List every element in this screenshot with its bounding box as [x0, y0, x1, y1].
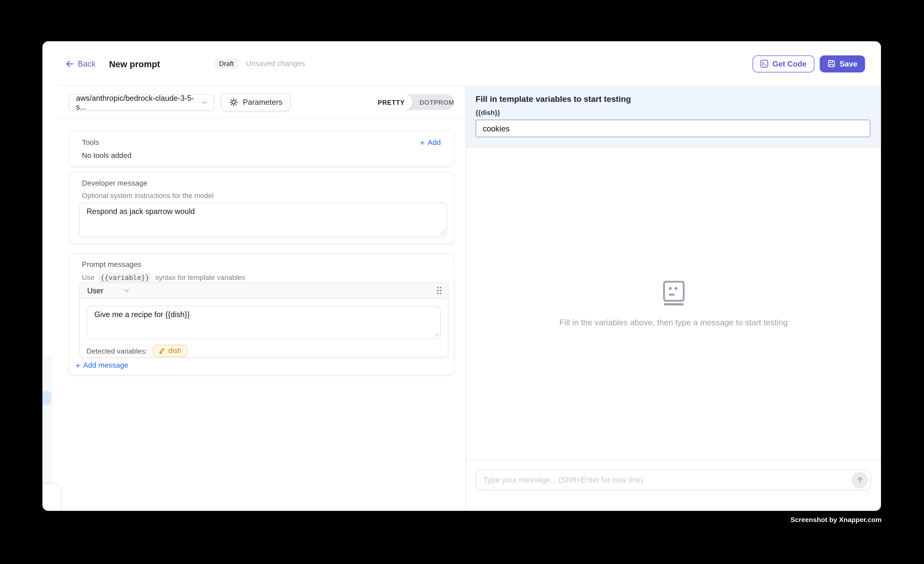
back-button[interactable]: Back	[65, 59, 95, 68]
variable-syntax-chip: {{variable}}	[98, 273, 152, 282]
composer-divider	[466, 460, 881, 460]
screenshot-stage: Back New prompt Draft Unsaved changes Ge…	[0, 0, 924, 564]
left-nav-active-item[interactable]	[42, 390, 51, 405]
empty-state-text: Fill in the variables above, then type a…	[560, 317, 788, 327]
plus-icon: +	[75, 361, 80, 369]
left-nav-popover	[42, 484, 60, 511]
message-role-select[interactable]: User	[87, 286, 104, 295]
save-label: Save	[840, 59, 857, 68]
pencil-icon	[158, 347, 165, 354]
bot-face-icon	[663, 280, 684, 306]
model-selector-value: aws/anthropic/bedrock-claude-3-5-s...	[76, 94, 201, 111]
chat-empty-state: Fill in the variables above, then type a…	[466, 147, 881, 460]
prompt-messages-title: Prompt messages	[82, 260, 441, 268]
add-tool-button[interactable]: + Add	[420, 138, 441, 147]
hint-suffix: syntax for template variables	[155, 273, 245, 282]
developer-message-subtitle: Optional system instructions for the mod…	[82, 192, 441, 200]
prompt-messages-card: Prompt messages Use {{variable}} syntax …	[69, 254, 454, 375]
parameters-button[interactable]: Parameters	[221, 93, 291, 111]
chevron-down-icon[interactable]	[123, 287, 130, 294]
send-button[interactable]	[852, 472, 868, 488]
template-variables-section: Fill in template variables to start test…	[466, 86, 881, 147]
developer-message-card: Developer message Optional system instru…	[69, 172, 454, 244]
user-message-textarea[interactable]: Give me a recipe for {{dish}}	[87, 306, 441, 339]
test-panel-title: Fill in template variables to start test…	[476, 94, 870, 104]
get-code-label: Get Code	[772, 59, 806, 68]
drag-handle-icon[interactable]	[436, 286, 442, 295]
variable-value-input[interactable]	[476, 120, 870, 137]
message-composer	[476, 470, 871, 490]
variable-badge-label: dish	[168, 346, 182, 355]
unsaved-changes-note: Unsaved changes	[246, 59, 305, 68]
format-toggle-dotprompt[interactable]: DOTPROMPT	[412, 94, 454, 110]
chevron-down-icon	[201, 99, 208, 106]
save-button[interactable]: Save	[819, 55, 865, 72]
tools-card-title: Tools	[82, 138, 99, 147]
add-message-button[interactable]: + Add message	[75, 361, 128, 369]
model-selector[interactable]: aws/anthropic/bedrock-claude-3-5-s...	[69, 94, 214, 111]
message-block: User Give me a recipe for {{dish}}	[79, 282, 448, 358]
variable-badge-dish[interactable]: dish	[153, 345, 188, 357]
variable-syntax-hint: Use {{variable}} syntax for template var…	[82, 273, 441, 282]
arrow-up-icon	[855, 476, 864, 484]
parameters-label: Parameters	[243, 98, 282, 106]
developer-message-textarea[interactable]: Respond as jack sparrow would	[79, 202, 447, 237]
arrow-left-icon	[65, 59, 74, 68]
page-title: New prompt	[109, 58, 160, 69]
watermark-text: Screenshot by Xnapper.com	[790, 516, 882, 523]
get-code-button[interactable]: Get Code	[752, 55, 814, 72]
status-badge: Draft	[214, 58, 238, 69]
detected-variables-label: Detected variables:	[87, 346, 147, 355]
plus-icon: +	[420, 138, 425, 147]
prompt-editor-window: Back New prompt Draft Unsaved changes Ge…	[42, 41, 881, 511]
developer-message-title: Developer message	[82, 179, 441, 187]
test-panel: Fill in template variables to start test…	[466, 86, 881, 511]
terminal-icon	[760, 59, 768, 68]
save-floppy-icon	[827, 59, 836, 68]
hint-prefix: Use	[82, 273, 94, 282]
message-role-header: User	[80, 283, 448, 299]
variable-name-label: {{dish}}	[476, 109, 870, 116]
editor-toolbar: aws/anthropic/bedrock-claude-3-5-s... Pa…	[57, 86, 465, 118]
header: Back New prompt Draft Unsaved changes Ge…	[42, 41, 881, 86]
gear-icon	[230, 98, 238, 106]
add-tool-label: Add	[428, 138, 441, 147]
back-label: Back	[78, 59, 95, 68]
chat-message-input[interactable]	[483, 476, 852, 484]
format-toggle-pretty[interactable]: PRETTY	[370, 94, 412, 110]
detected-variables-row: Detected variables: dish	[87, 345, 441, 357]
tools-empty-text: No tools added	[82, 152, 441, 160]
tools-card: Tools + Add No tools added	[69, 131, 454, 167]
left-nav-strip	[42, 355, 52, 484]
format-toggle[interactable]: PRETTY DOTPROMPT	[370, 94, 454, 110]
add-message-label: Add message	[83, 361, 128, 369]
